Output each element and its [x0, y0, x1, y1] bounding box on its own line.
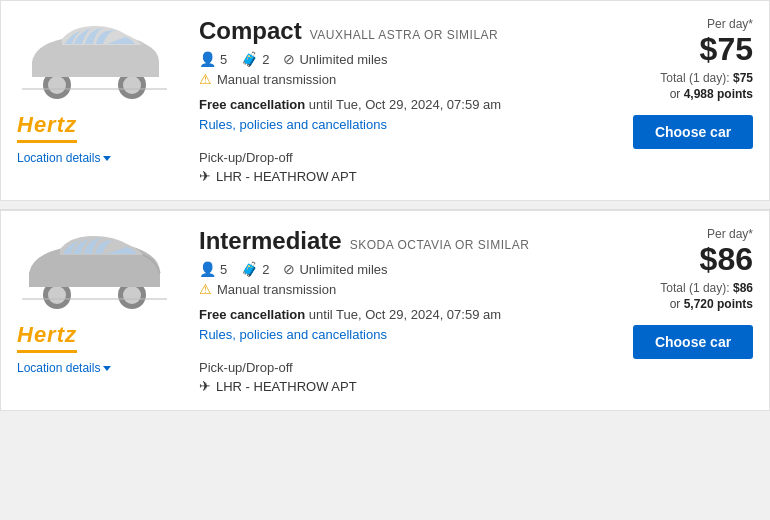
location-details-intermediate[interactable]: Location details: [17, 361, 111, 375]
miles-feature: ⊘ Unlimited miles: [283, 51, 387, 67]
bags-feature: 🧳 2: [241, 51, 269, 67]
intermediate-car-image: [17, 227, 172, 312]
bags-icon-2: 🧳: [241, 261, 258, 277]
airport-icon: ✈: [199, 168, 211, 184]
car-card-intermediate: Hertz Location details Intermediate SKOD…: [0, 210, 770, 411]
choose-car-button-intermediate[interactable]: Choose car: [633, 325, 753, 359]
miles-feature-2: ⊘ Unlimited miles: [283, 261, 387, 277]
location-details-compact[interactable]: Location details: [17, 151, 111, 165]
free-cancellation-text: Free cancellation until Tue, Oct 29, 202…: [199, 97, 596, 112]
price-section-compact: Per day* $75 Total (1 day): $75 or 4,988…: [608, 17, 753, 184]
price-section-intermediate: Per day* $86 Total (1 day): $86 or 5,720…: [608, 227, 753, 394]
compact-car-image: [17, 17, 172, 102]
car-image-section-2: Hertz Location details: [17, 227, 187, 394]
hertz-brand-text-2: Hertz: [17, 322, 77, 348]
hertz-logo: Hertz: [17, 112, 77, 143]
svg-point-3: [123, 76, 141, 94]
svg-point-6: [48, 286, 66, 304]
transmission-row: ⚠ Manual transmission: [199, 71, 596, 87]
seats-icon-2: 👤: [199, 261, 216, 277]
svg-point-1: [48, 76, 66, 94]
total-row: Total (1 day): $75: [660, 71, 753, 85]
car-title-row: Compact VAUXHALL ASTRA or similar: [199, 17, 596, 45]
price-display-2: $86: [700, 243, 753, 275]
per-day-label: Per day*: [707, 17, 753, 31]
car-title-row-2: Intermediate SKODA OCTAVIA or similar: [199, 227, 596, 255]
pickup-location: ✈ LHR - HEATHROW APT: [199, 168, 596, 184]
total-row-2: Total (1 day): $86: [660, 281, 753, 295]
per-day-label-2: Per day*: [707, 227, 753, 241]
price-display: $75: [700, 33, 753, 65]
car-type-title: Compact: [199, 17, 302, 45]
warning-icon-2: ⚠: [199, 281, 212, 297]
hertz-logo-2: Hertz: [17, 322, 77, 353]
pickup-section-2: Pick-up/Drop-off ✈ LHR - HEATHROW APT: [199, 360, 596, 394]
miles-icon-2: ⊘: [283, 261, 295, 277]
rules-policies-link-2[interactable]: Rules, policies and cancellations: [199, 327, 387, 342]
bags-feature-2: 🧳 2: [241, 261, 269, 277]
transmission-row-2: ⚠ Manual transmission: [199, 281, 596, 297]
features-row: 👤 5 🧳 2 ⊘ Unlimited miles: [199, 51, 596, 67]
pickup-location-2: ✈ LHR - HEATHROW APT: [199, 378, 596, 394]
warning-icon: ⚠: [199, 71, 212, 87]
car-image-section: Hertz Location details: [17, 17, 187, 184]
pickup-section: Pick-up/Drop-off ✈ LHR - HEATHROW APT: [199, 150, 596, 184]
bags-icon: 🧳: [241, 51, 258, 67]
car-model-subtitle: VAUXHALL ASTRA or similar: [310, 28, 499, 42]
features-row-2: 👤 5 🧳 2 ⊘ Unlimited miles: [199, 261, 596, 277]
hertz-brand-text: Hertz: [17, 112, 77, 138]
miles-icon: ⊘: [283, 51, 295, 67]
car-card-compact: Hertz Location details Compact VAUXHALL …: [0, 0, 770, 201]
free-cancellation-text-2: Free cancellation until Tue, Oct 29, 202…: [199, 307, 596, 322]
choose-car-button-compact[interactable]: Choose car: [633, 115, 753, 149]
points-row: or 4,988 points: [670, 87, 753, 101]
car-type-title-2: Intermediate: [199, 227, 342, 255]
intermediate-details: Intermediate SKODA OCTAVIA or similar 👤 …: [187, 227, 608, 394]
hertz-underline: [17, 140, 77, 143]
airport-icon-2: ✈: [199, 378, 211, 394]
rules-policies-link[interactable]: Rules, policies and cancellations: [199, 117, 387, 132]
compact-details: Compact VAUXHALL ASTRA or similar 👤 5 🧳 …: [187, 17, 608, 184]
hertz-underline-2: [17, 350, 77, 353]
car-model-subtitle-2: SKODA OCTAVIA or similar: [350, 238, 530, 252]
seats-icon: 👤: [199, 51, 216, 67]
points-row-2: or 5,720 points: [670, 297, 753, 311]
chevron-down-icon: [103, 156, 111, 161]
seats-feature-2: 👤 5: [199, 261, 227, 277]
chevron-down-icon-2: [103, 366, 111, 371]
svg-point-8: [123, 286, 141, 304]
seats-feature: 👤 5: [199, 51, 227, 67]
